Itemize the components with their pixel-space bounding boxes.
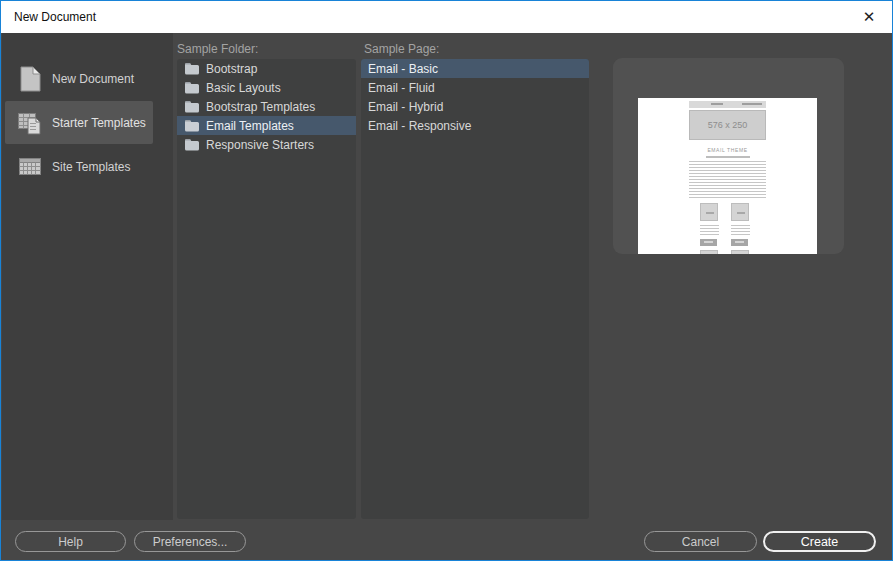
sidebar-item-label: Starter Templates: [52, 116, 146, 130]
folder-row-label: Bootstrap: [206, 62, 257, 76]
blank-page-icon: [17, 65, 44, 93]
titlebar: New Document ✕: [1, 1, 892, 33]
starter-templates-icon: [17, 109, 44, 137]
sample-page-list: Email - Basic Email - Fluid Email - Hybr…: [361, 59, 589, 519]
folder-row-label: Basic Layouts: [206, 81, 281, 95]
sidebar-item-starter-templates[interactable]: Starter Templates: [5, 101, 153, 144]
preferences-button[interactable]: Preferences...: [134, 531, 246, 552]
page-row-email-fluid[interactable]: Email - Fluid: [361, 78, 589, 97]
thumb-tagline-blob: [706, 156, 750, 158]
thumb-link-blob: [742, 103, 762, 105]
folder-icon: [184, 62, 199, 75]
template-preview-panel: 576 x 250 EMAIL THEME: [613, 58, 844, 254]
category-sidebar: New Document Starter Templates: [2, 33, 173, 520]
page-row-email-responsive[interactable]: Email - Responsive: [361, 116, 589, 135]
folder-icon: [184, 119, 199, 132]
folder-row-label: Bootstrap Templates: [206, 100, 315, 114]
help-button[interactable]: Help: [15, 531, 126, 552]
folder-row-label: Responsive Starters: [206, 138, 314, 152]
folder-icon: [184, 100, 199, 113]
folder-row-bootstrap[interactable]: Bootstrap: [177, 59, 356, 78]
cancel-button[interactable]: Cancel: [644, 531, 757, 552]
thumb-image-placeholder: [700, 203, 718, 221]
thumb-hero-placeholder: 576 x 250: [689, 110, 766, 140]
thumb-paragraph-lines: [689, 161, 766, 199]
sidebar-item-site-templates[interactable]: Site Templates: [5, 145, 153, 188]
page-row-label: Email - Hybrid: [368, 100, 443, 114]
page-row-label: Email - Fluid: [368, 81, 435, 95]
thumb-theme-title: EMAIL THEME: [638, 147, 817, 153]
thumb-size-blob: [706, 212, 714, 214]
thumb-read-more-button: [700, 239, 717, 246]
email-preview-thumbnail: 576 x 250 EMAIL THEME: [638, 98, 817, 254]
thumb-read-more-button: [731, 239, 748, 246]
grid-table-icon: [17, 153, 44, 181]
page-row-label: Email - Responsive: [368, 119, 471, 133]
sidebar-item-label: New Document: [52, 72, 134, 86]
page-row-label: Email - Basic: [368, 62, 438, 76]
folder-row-responsive-starters[interactable]: Responsive Starters: [177, 135, 356, 154]
thumb-columns: [638, 203, 817, 254]
sample-folder-label: Sample Folder:: [177, 42, 258, 56]
folder-row-email-templates[interactable]: Email Templates: [177, 116, 356, 135]
close-icon[interactable]: ✕: [846, 1, 892, 33]
page-row-email-hybrid[interactable]: Email - Hybrid: [361, 97, 589, 116]
thumb-header-bar: [689, 101, 766, 108]
sample-page-label: Sample Page:: [364, 42, 439, 56]
thumb-image-placeholder: [700, 250, 718, 254]
folder-icon: [184, 81, 199, 94]
thumb-size-blob: [737, 212, 745, 214]
folder-row-basic-layouts[interactable]: Basic Layouts: [177, 78, 356, 97]
dialog-title: New Document: [14, 10, 96, 24]
page-row-email-basic[interactable]: Email - Basic: [361, 59, 589, 78]
sample-folder-list: Bootstrap Basic Layouts Bootstrap Templa…: [177, 59, 356, 519]
thumb-caption-lines: [700, 225, 719, 237]
thumb-button-text-blob: [735, 241, 744, 243]
new-document-dialog: New Document ✕ New Document: [0, 0, 893, 561]
folder-row-label: Email Templates: [206, 119, 294, 133]
create-button[interactable]: Create: [763, 531, 876, 552]
sidebar-item-new-document[interactable]: New Document: [5, 57, 153, 100]
thumb-caption-lines: [731, 225, 750, 237]
sidebar-item-label: Site Templates: [52, 160, 131, 174]
thumb-logo-blob: [711, 103, 723, 105]
folder-row-bootstrap-templates[interactable]: Bootstrap Templates: [177, 97, 356, 116]
thumb-button-text-blob: [704, 241, 713, 243]
thumb-image-placeholder: [731, 203, 749, 221]
folder-icon: [184, 138, 199, 151]
thumb-image-placeholder: [731, 250, 749, 254]
